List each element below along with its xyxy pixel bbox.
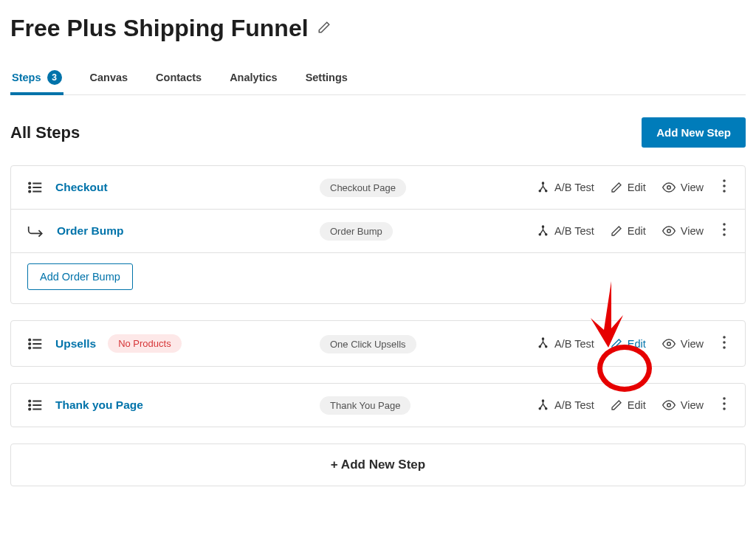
svg-point-24 xyxy=(29,342,30,344)
svg-point-29 xyxy=(667,342,671,345)
svg-point-36 xyxy=(29,400,30,401)
svg-point-44 xyxy=(723,402,726,405)
more-icon[interactable] xyxy=(720,223,729,239)
list-icon[interactable] xyxy=(27,179,44,196)
section-title: All Steps xyxy=(10,123,80,142)
edit-action[interactable]: Edit xyxy=(611,338,646,350)
step-row-thank-you: Thank you Page Thank You Page A/B Test E… xyxy=(11,384,745,427)
svg-point-42 xyxy=(667,404,671,407)
ab-test-action[interactable]: A/B Test xyxy=(537,182,594,194)
pencil-icon[interactable] xyxy=(317,21,331,37)
view-action[interactable]: View xyxy=(662,398,704,412)
tabs: Steps 3 Canvas Contacts Analytics Settin… xyxy=(10,61,746,95)
svg-point-7 xyxy=(539,190,540,191)
add-new-step-button[interactable]: Add New Step xyxy=(642,117,746,148)
step-card: Upsells No Products One Click Upsells A/… xyxy=(10,320,746,367)
more-icon[interactable] xyxy=(720,179,729,196)
ab-test-action[interactable]: A/B Test xyxy=(537,225,594,238)
svg-point-39 xyxy=(543,400,544,401)
svg-point-43 xyxy=(723,397,726,400)
add-new-step-bar[interactable]: + Add New Step xyxy=(10,443,746,486)
svg-point-40 xyxy=(539,407,540,409)
svg-point-30 xyxy=(723,336,726,339)
svg-point-37 xyxy=(29,404,30,406)
tab-settings[interactable]: Settings xyxy=(304,61,349,95)
step-name-link[interactable]: Checkout xyxy=(55,181,108,194)
svg-point-5 xyxy=(29,190,30,192)
svg-point-4 xyxy=(29,187,30,188)
svg-point-32 xyxy=(723,346,726,349)
ab-test-action[interactable]: A/B Test xyxy=(537,337,594,350)
edit-action[interactable]: Edit xyxy=(611,225,646,237)
tab-steps[interactable]: Steps 3 xyxy=(10,61,63,95)
step-row-order-bump: Order Bump Order Bump A/B Test Edit View xyxy=(11,209,745,252)
step-card: Checkout Checkout Page A/B Test Edit Vie… xyxy=(10,165,746,304)
tab-label: Steps xyxy=(12,72,41,83)
svg-point-27 xyxy=(539,346,540,348)
step-name-link[interactable]: Upsells xyxy=(55,337,96,351)
tab-badge: 3 xyxy=(47,70,62,85)
svg-point-25 xyxy=(29,347,30,348)
svg-point-14 xyxy=(539,233,540,235)
svg-point-45 xyxy=(723,407,726,410)
svg-point-18 xyxy=(723,228,726,231)
step-type-badge: Checkout Page xyxy=(320,179,406,197)
warn-badge: No Products xyxy=(108,334,182,353)
svg-point-10 xyxy=(723,179,726,182)
svg-point-12 xyxy=(723,190,726,193)
svg-point-17 xyxy=(723,223,726,226)
list-icon[interactable] xyxy=(27,336,44,352)
step-card: Thank you Page Thank You Page A/B Test E… xyxy=(10,383,746,427)
edit-action[interactable]: Edit xyxy=(611,399,646,411)
svg-point-16 xyxy=(667,229,671,233)
ab-test-action[interactable]: A/B Test xyxy=(537,399,594,412)
page-header: Free Plus Shipping Funnel xyxy=(10,15,746,42)
tab-canvas[interactable]: Canvas xyxy=(89,61,130,95)
step-row-checkout: Checkout Checkout Page A/B Test Edit Vie… xyxy=(11,166,745,209)
redirect-icon[interactable] xyxy=(27,224,45,238)
tab-analytics[interactable]: Analytics xyxy=(228,61,278,95)
svg-point-3 xyxy=(29,182,30,184)
svg-point-23 xyxy=(29,339,30,340)
svg-point-38 xyxy=(29,408,30,410)
svg-point-13 xyxy=(543,226,544,227)
section-header: All Steps Add New Step xyxy=(10,117,746,148)
view-action[interactable]: View xyxy=(662,224,704,238)
step-type-badge: Thank You Page xyxy=(320,396,410,415)
more-icon[interactable] xyxy=(720,397,729,413)
step-row-upsells: Upsells No Products One Click Upsells A/… xyxy=(11,321,745,366)
add-order-bump-row: Add Order Bump xyxy=(11,252,745,303)
list-icon[interactable] xyxy=(27,397,44,413)
svg-point-41 xyxy=(546,407,547,409)
svg-point-11 xyxy=(723,184,726,187)
more-icon[interactable] xyxy=(720,336,729,352)
step-name-link[interactable]: Order Bump xyxy=(57,224,123,238)
svg-point-15 xyxy=(546,233,547,235)
step-type-badge: One Click Upsells xyxy=(320,335,416,353)
page-title: Free Plus Shipping Funnel xyxy=(10,15,309,42)
view-action[interactable]: View xyxy=(662,181,704,194)
step-name-link[interactable]: Thank you Page xyxy=(55,398,143,412)
svg-point-28 xyxy=(546,346,547,348)
svg-point-26 xyxy=(543,338,544,339)
step-type-badge: Order Bump xyxy=(320,222,393,241)
tab-contacts[interactable]: Contacts xyxy=(154,61,203,95)
view-action[interactable]: View xyxy=(662,337,704,351)
svg-point-6 xyxy=(543,182,544,184)
svg-point-31 xyxy=(723,341,726,344)
add-order-bump-button[interactable]: Add Order Bump xyxy=(27,263,133,290)
svg-point-19 xyxy=(723,233,726,236)
svg-point-8 xyxy=(546,190,547,191)
svg-point-9 xyxy=(667,186,671,190)
edit-action[interactable]: Edit xyxy=(611,182,646,193)
